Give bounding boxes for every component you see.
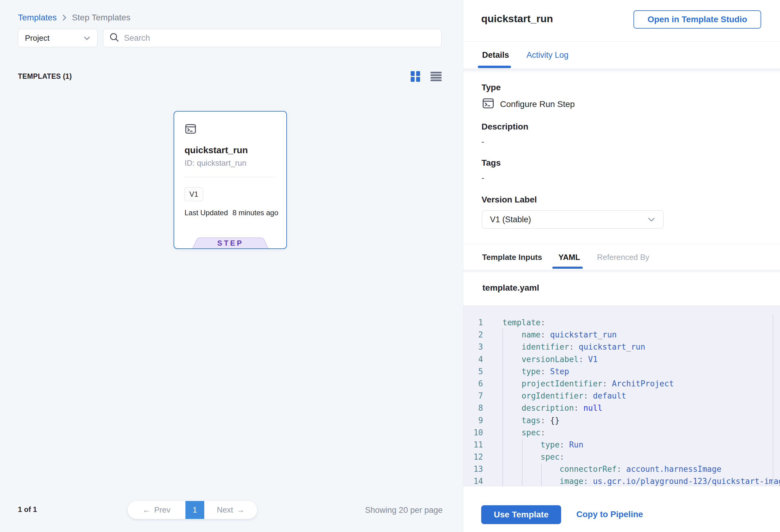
yaml-line: 6 projectIdentifier: ArchitProject	[463, 378, 780, 390]
tab-yaml[interactable]: YAML	[558, 253, 580, 262]
step-type-badge: STEP	[192, 237, 269, 249]
card-divider	[185, 177, 276, 177]
yaml-line: 12 spec:	[463, 451, 780, 463]
arrow-left-icon: ←	[143, 505, 150, 515]
next-page-button[interactable]: Next →	[204, 501, 257, 519]
yaml-line: 3 identifier: quickstart_run	[463, 341, 780, 353]
templates-list-panel: Templates Step Templates Project Search …	[0, 0, 463, 532]
scope-select-value: Project	[25, 34, 50, 43]
subtabs-shadow	[463, 270, 780, 273]
description-value: -	[482, 137, 484, 147]
chevron-right-icon	[61, 14, 68, 21]
prev-label: Prev	[154, 505, 170, 515]
copy-to-pipeline-link[interactable]: Copy to Pipeline	[576, 510, 643, 519]
tags-value: -	[482, 173, 484, 183]
prev-page-button[interactable]: ← Prev	[128, 501, 185, 519]
chevron-down-icon	[647, 215, 655, 224]
use-template-button[interactable]: Use Template	[481, 505, 561, 524]
detail-title: quickstart_run	[481, 13, 553, 25]
tab-details[interactable]: Details	[482, 50, 509, 60]
type-label: Type	[482, 83, 501, 92]
version-select-value: V1 (Stable)	[490, 215, 531, 224]
indent-guide	[502, 329, 503, 486]
search-icon	[109, 32, 120, 44]
page-1-button[interactable]: 1	[185, 501, 204, 519]
description-label: Description	[482, 122, 528, 132]
search-placeholder: Search	[124, 34, 150, 43]
yaml-line: 7 orgIdentifier: default	[463, 390, 780, 402]
indent-guide	[522, 439, 523, 486]
tags-label: Tags	[482, 158, 501, 168]
page-size-label: Showing 20 per page	[316, 505, 443, 515]
last-updated-label: Last Updated	[185, 208, 228, 217]
yaml-line: 1template:	[463, 317, 780, 329]
open-in-template-studio-button[interactable]: Open in Template Studio	[633, 10, 761, 29]
type-value: Configure Run Step	[500, 99, 575, 109]
yaml-line: 8 description: null	[463, 402, 780, 414]
grid-view-icon[interactable]	[411, 71, 420, 83]
last-updated-value: 8 minutes ago	[233, 208, 279, 217]
next-label: Next	[217, 505, 233, 515]
terminal-step-icon	[185, 123, 197, 136]
tab-activity-log[interactable]: Activity Log	[527, 50, 569, 60]
yaml-line: 14 image: us.gcr.io/playground-123/quick…	[463, 475, 780, 486]
search-input[interactable]: Search	[103, 29, 442, 47]
yaml-code-lines: 1template:2 name: quickstart_run3 identi…	[463, 317, 780, 486]
view-toggles	[411, 71, 442, 83]
breadcrumb: Templates Step Templates	[18, 13, 131, 22]
template-detail-panel: quickstart_run Open in Template Studio D…	[463, 0, 780, 532]
list-view-icon[interactable]	[430, 72, 442, 82]
yaml-file-name: template.yaml	[482, 283, 539, 293]
yaml-line: 10 spec:	[463, 427, 780, 439]
breadcrumb-templates-link[interactable]: Templates	[18, 13, 57, 22]
chevron-down-icon	[83, 34, 91, 43]
scope-select[interactable]: Project	[18, 29, 98, 47]
yaml-line: 4 versionLabel: V1	[463, 353, 780, 366]
card-last-updated: Last Updated 8 minutes ago	[185, 208, 279, 217]
yaml-code-editor[interactable]: 1template:2 name: quickstart_run3 identi…	[463, 305, 780, 486]
sections-divider	[463, 244, 780, 244]
terminal-step-icon	[482, 97, 495, 111]
pagination: ← Prev 1 Next →	[128, 501, 257, 519]
tabs-shadow	[463, 69, 780, 73]
yaml-line: 5 type: Step	[463, 366, 780, 378]
step-badge-label: STEP	[192, 239, 269, 247]
breadcrumb-current: Step Templates	[72, 13, 131, 22]
card-id: ID: quickstart_run	[185, 158, 247, 168]
card-title: quickstart_run	[185, 145, 248, 155]
yaml-tab-underline	[552, 267, 583, 269]
yaml-line: 9 tags: {}	[463, 414, 780, 427]
templates-count-header: TEMPLATES (1)	[18, 72, 72, 81]
details-tab-underline	[478, 66, 511, 68]
tab-referenced-by[interactable]: Referenced By	[597, 253, 649, 262]
version-label: Version Label	[482, 195, 537, 205]
header-divider	[463, 41, 780, 42]
yaml-line: 2 name: quickstart_run	[463, 329, 780, 341]
version-select[interactable]: V1 (Stable)	[482, 210, 664, 229]
arrow-right-icon: →	[237, 505, 245, 515]
yaml-line: 11 type: Run	[463, 439, 780, 451]
tab-template-inputs[interactable]: Template Inputs	[482, 253, 542, 262]
template-card[interactable]: quickstart_run ID: quickstart_run V1 Las…	[174, 111, 287, 249]
yaml-line: 13 connectorRef: account.harnessImage	[463, 463, 780, 475]
indent-guide	[541, 463, 542, 486]
minimap-divider	[773, 315, 773, 486]
page-count: 1 of 1	[18, 505, 37, 514]
card-version-badge: V1	[185, 187, 203, 201]
